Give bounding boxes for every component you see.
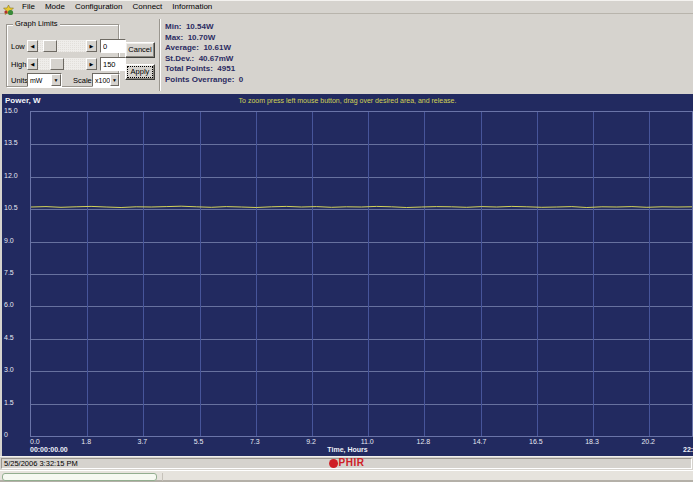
y-tick-label: 3.0 xyxy=(4,366,14,373)
ophir-logo: PHIR xyxy=(329,458,365,468)
low-scroll-track[interactable] xyxy=(38,40,86,52)
power-trace xyxy=(31,112,692,436)
menu-item-information[interactable]: Information xyxy=(167,1,217,13)
y-axis-title: Power, W xyxy=(5,96,41,105)
high-label: High xyxy=(11,60,26,69)
ophir-logo-o-icon xyxy=(329,459,338,468)
low-value-input[interactable] xyxy=(100,39,126,53)
y-tick-label: 15.0 xyxy=(4,107,18,114)
zoom-hint-text: To zoom press left mouse button, drag ov… xyxy=(239,97,457,104)
stat-st-dev: St.Dev.: 40.67mW xyxy=(165,54,243,65)
x-tick-label: 7.3 xyxy=(250,438,260,445)
high-value-input[interactable] xyxy=(100,57,126,71)
units-label: Units xyxy=(11,76,28,85)
x-tick-label: 14.7 xyxy=(473,438,487,445)
taskbar-divider xyxy=(162,473,163,481)
menu-item-connect[interactable]: Connect xyxy=(128,1,168,13)
low-label: Low xyxy=(11,42,25,51)
end-time-label: 22:0 xyxy=(683,446,693,453)
x-tick-label: 3.7 xyxy=(138,438,148,445)
status-bar: 5/25/2006 3:32:15 PM PHIR xyxy=(0,456,693,470)
low-scroll-thumb[interactable] xyxy=(43,40,57,52)
x-tick-label: 1.8 xyxy=(81,438,91,445)
x-tick-label: 20.2 xyxy=(641,438,655,445)
units-combobox[interactable]: mW ▼ xyxy=(27,73,62,87)
y-tick-label: 7.5 xyxy=(4,269,14,276)
high-scroll-right-button[interactable]: ▶ xyxy=(86,58,97,70)
status-datetime: 5/25/2006 3:32:15 PM xyxy=(4,459,78,468)
y-tick-label: 13.5 xyxy=(4,139,18,146)
panel-divider xyxy=(159,19,161,91)
taskbar-strip xyxy=(0,470,693,482)
x-tick-label: 11.0 xyxy=(361,438,374,445)
ophir-logo-text: PHIR xyxy=(339,458,365,468)
menu-item-file[interactable]: File xyxy=(17,1,40,13)
menu-items: FileModeConfigurationConnectInformation xyxy=(17,1,217,13)
graph-limits-title: Graph Limits xyxy=(13,19,60,28)
plot-area[interactable] xyxy=(30,111,693,437)
high-scroll-left-button[interactable]: ◀ xyxy=(27,58,38,70)
x-tick-label: 16.5 xyxy=(529,438,543,445)
x-tick-label: 18.3 xyxy=(585,438,599,445)
stats-list: Min: 10.54WMax: 10.70WAverage: 10.61WSt.… xyxy=(165,22,243,85)
high-scroll-track[interactable] xyxy=(38,58,86,70)
stat-total-points: Total Points: 4951 xyxy=(165,64,243,75)
stat-max: Max: 10.70W xyxy=(165,33,243,44)
units-value: mW xyxy=(28,77,51,84)
menu-bar: FileModeConfigurationConnectInformation xyxy=(0,0,693,14)
scale-combobox[interactable]: x100 ▼ xyxy=(92,73,120,87)
taskbar-item[interactable] xyxy=(2,473,157,481)
menu-item-mode[interactable]: Mode xyxy=(40,1,70,13)
apply-button[interactable]: Apply xyxy=(125,64,155,80)
cancel-button[interactable]: Cancel xyxy=(125,42,155,58)
menu-item-configuration[interactable]: Configuration xyxy=(70,1,128,13)
stat-points-overrange: Points Overrange: 0 xyxy=(165,75,243,86)
x-tick-label: 5.5 xyxy=(194,438,204,445)
scale-label: Scale xyxy=(73,76,92,85)
low-scroll-left-button[interactable]: ◀ xyxy=(27,40,38,52)
low-scrollbar[interactable]: ◀ ▶ xyxy=(27,40,97,52)
stat-average: Average: 10.61W xyxy=(165,43,243,54)
units-dropdown-arrow-icon[interactable]: ▼ xyxy=(51,74,61,86)
scale-dropdown-arrow-icon[interactable]: ▼ xyxy=(110,74,119,86)
start-time-label: 00:00:00.00 xyxy=(30,446,68,453)
y-tick-label: 10.5 xyxy=(4,204,18,211)
y-tick-label: 1.5 xyxy=(4,399,14,406)
app-icon[interactable] xyxy=(3,2,14,13)
high-scroll-thumb[interactable] xyxy=(50,58,64,70)
y-tick-label: 9.0 xyxy=(4,237,14,244)
graph-region: Power, W To zoom press left mouse button… xyxy=(2,94,693,456)
x-tick-label: 0.0 xyxy=(30,438,40,445)
app-window: FileModeConfigurationConnectInformation … xyxy=(0,0,693,482)
y-tick-label: 12.0 xyxy=(4,172,18,179)
x-tick-label: 9.2 xyxy=(306,438,316,445)
y-tick-label: 0 xyxy=(4,431,8,438)
low-scroll-right-button[interactable]: ▶ xyxy=(86,40,97,52)
scale-value: x100 xyxy=(93,77,110,84)
high-scrollbar[interactable]: ◀ ▶ xyxy=(27,58,97,70)
y-tick-label: 4.5 xyxy=(4,334,14,341)
y-tick-label: 6.0 xyxy=(4,301,14,308)
time-axis-row: 00:00:00.00 Time, Hours 22:0 xyxy=(2,446,693,456)
x-axis-title: Time, Hours xyxy=(327,446,367,453)
control-panel: Graph Limits Low ◀ ▶ High ◀ ▶ Units mW ▼… xyxy=(0,15,693,94)
stat-min: Min: 10.54W xyxy=(165,22,243,33)
x-tick-label: 12.8 xyxy=(417,438,431,445)
